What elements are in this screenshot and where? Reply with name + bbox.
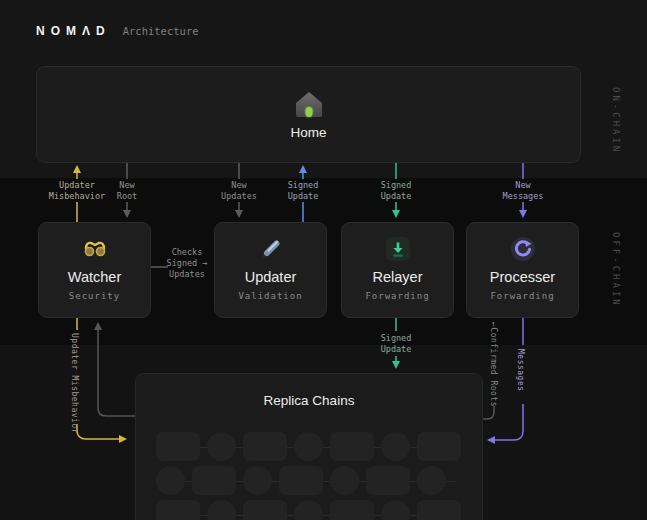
watcher-title: Watcher — [68, 269, 121, 285]
watcher-box: Watcher Security — [38, 222, 151, 318]
label-new-messages: NewMessages — [503, 180, 544, 201]
off-chain-rail-label: OFF-CHAIN — [611, 232, 621, 308]
arrow-updater-misbehavior-to-replica — [77, 318, 127, 443]
chain-node-square — [417, 500, 461, 520]
line-confirmed-roots — [483, 406, 494, 419]
home-title: Home — [290, 125, 326, 140]
chain-node-square — [156, 500, 200, 520]
updater-title: Updater — [245, 269, 297, 285]
chain-node-square — [417, 432, 461, 461]
replica-row — [156, 432, 462, 461]
label-signed-update-up: SignedUpdate — [288, 180, 319, 201]
pen-icon — [258, 236, 284, 262]
nomad-architecture-page: NOMΛD Architecture ON-CHAIN OFF-CHAIN Ho… — [0, 0, 647, 520]
header: NOMΛD Architecture — [36, 24, 199, 38]
label-signed-update-bottom: SignedUpdate — [381, 333, 412, 354]
refresh-icon — [510, 236, 536, 262]
chain-node-circle — [243, 466, 272, 495]
relayer-subtitle: Forwarding — [365, 291, 429, 301]
processer-title: Processer — [490, 269, 555, 285]
label-checks-signed-updates: ChecksSigned →Updates — [167, 247, 208, 280]
chain-node-square — [156, 432, 200, 461]
chain-node-circle — [330, 466, 359, 495]
home-icon — [292, 89, 326, 119]
relayer-box: Relayer Forwarding — [341, 222, 454, 318]
chain-node-square — [330, 432, 374, 461]
updater-box: Updater Validation — [214, 222, 327, 318]
on-chain-rail-label: ON-CHAIN — [611, 87, 621, 154]
replica-chains-box: Replica Chains — [135, 373, 483, 520]
chain-node-square — [330, 500, 374, 520]
home-box: Home — [36, 66, 581, 163]
chain-node-square — [279, 466, 323, 495]
replica-row — [156, 466, 462, 495]
label-new-updates: NewUpdates — [221, 180, 257, 201]
replica-row — [156, 500, 462, 520]
label-updater-misbehavior: UpdaterMisbehavior — [49, 180, 105, 201]
chain-node-circle — [207, 432, 236, 461]
chain-node-circle — [381, 432, 410, 461]
replica-grid — [156, 432, 462, 520]
chain-node-square — [243, 500, 287, 520]
chain-node-circle — [207, 500, 236, 520]
brand-logo: NOMΛD — [36, 24, 111, 38]
processer-box: Processer Forwarding — [466, 222, 579, 318]
arrow-replica-to-watcher — [94, 322, 135, 416]
replica-chains-title: Replica Chains — [136, 393, 482, 408]
label-signed-update-down: SignedUpdate — [381, 180, 412, 201]
glasses-icon — [82, 236, 108, 262]
chain-node-circle — [294, 500, 323, 520]
chain-node-circle — [294, 432, 323, 461]
chain-node-circle — [381, 500, 410, 520]
updater-subtitle: Validation — [238, 291, 302, 301]
label-confirmed-roots-vertical: ←Confirmed Roots — [489, 322, 498, 407]
processer-subtitle: Forwarding — [490, 291, 554, 301]
page-title: Architecture — [123, 25, 199, 37]
chain-node-circle — [417, 466, 446, 495]
label-new-root: NewRoot — [117, 180, 137, 201]
chain-node-circle — [156, 466, 185, 495]
download-icon — [385, 236, 411, 262]
chain-node-square — [243, 432, 287, 461]
label-messages-vertical: Messages — [516, 349, 525, 392]
label-updater-misbehavior-vertical: Updater Misbehavior — [70, 333, 79, 434]
chain-node-square — [366, 466, 410, 495]
watcher-subtitle: Security — [69, 291, 120, 301]
chain-node-square — [192, 466, 236, 495]
relayer-title: Relayer — [373, 269, 423, 285]
